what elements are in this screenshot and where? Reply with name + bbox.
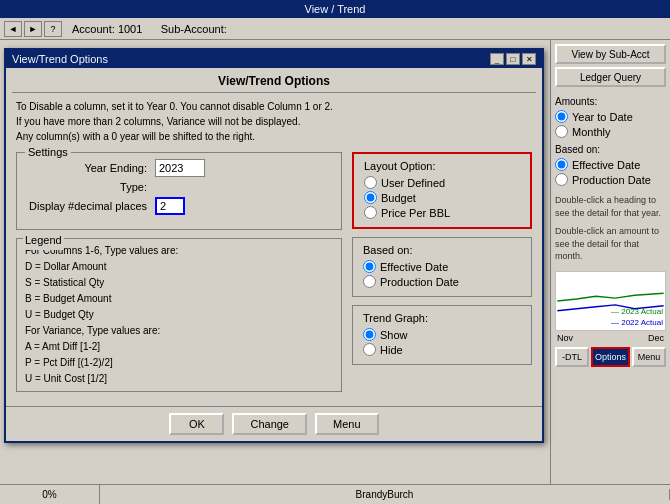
account-label: Account: 1001 Sub-Account:: [72, 23, 227, 35]
year-ending-label: Year Ending:: [27, 162, 147, 174]
ok-button[interactable]: OK: [169, 413, 224, 435]
dialog-controls: _ □ ✕: [490, 53, 536, 65]
toolbar-help-btn[interactable]: ?: [44, 21, 62, 37]
legend-line-2: S = Statistical Qty: [25, 275, 333, 291]
layout-budget-radio[interactable]: [364, 191, 377, 204]
layout-user-defined-label: User Defined: [381, 177, 445, 189]
change-button[interactable]: Change: [232, 413, 307, 435]
trend-graph-show-row[interactable]: Show: [363, 328, 521, 341]
help-text-2: Double-click an amount to see the detail…: [555, 225, 666, 263]
instruction-line-2: If you have more than 2 columns, Varianc…: [16, 114, 532, 129]
chart-legend: — 2023 Actual — 2022 Actual: [611, 306, 663, 328]
based-on-production-label: Production Date: [380, 276, 459, 288]
legend-line-1: D = Dollar Amount: [25, 259, 333, 275]
sb-based-on-eff-label: Effective Date: [572, 159, 640, 171]
decimal-label: Display #decimal places: [27, 200, 147, 212]
amounts-title: Amounts:: [555, 96, 666, 107]
trend-graph-show-radio[interactable]: [363, 328, 376, 341]
layout-price-row[interactable]: Price Per BBL: [364, 206, 520, 219]
chart-col-headers: Nov Dec: [555, 333, 666, 343]
status-progress: 0%: [0, 485, 100, 504]
trend-graph-title: Trend Graph:: [363, 312, 521, 324]
legend-line-0: For Columns 1-6, Type values are:: [25, 243, 333, 259]
bottom-sidebar-buttons: -DTL Options Menu: [555, 347, 666, 367]
sb-based-on-eff-radio[interactable]: [555, 158, 568, 171]
amounts-monthly-radio[interactable]: [555, 125, 568, 138]
based-on-title: Based on:: [363, 244, 521, 256]
layout-price-radio[interactable]: [364, 206, 377, 219]
trend-graph-hide-label: Hide: [380, 344, 403, 356]
dialog-buttons: OK Change Menu: [6, 406, 542, 441]
dialog-close-btn[interactable]: ✕: [522, 53, 536, 65]
dialog-title-text: View/Trend Options: [12, 53, 108, 65]
legend-line-5: For Variance, Type values are:: [25, 323, 333, 339]
dialog-header: View/Trend Options: [12, 68, 536, 93]
instruction-line-1: To Disable a column, set it to Year 0. Y…: [16, 99, 532, 114]
toolbar: ◄ ► ? Account: 1001 Sub-Account:: [0, 18, 670, 40]
trend-graph-show-label: Show: [380, 329, 408, 341]
based-on-effective-row[interactable]: Effective Date: [363, 260, 521, 273]
type-label: Type:: [27, 181, 147, 193]
mini-chart: — 2023 Actual — 2022 Actual: [555, 271, 666, 331]
based-on-effective-label: Effective Date: [380, 261, 448, 273]
year-ending-input[interactable]: [155, 159, 205, 177]
settings-group: Settings Year Ending: Type: Display #dec…: [16, 152, 342, 230]
layout-budget-row[interactable]: Budget: [364, 191, 520, 204]
layout-option-title: Layout Option:: [364, 160, 520, 172]
status-bar: 0% BrandyBurch: [0, 484, 670, 504]
dialog-minimize-btn[interactable]: _: [490, 53, 504, 65]
layout-user-defined-radio[interactable]: [364, 176, 377, 189]
title-bar: View / Trend: [0, 0, 670, 18]
legend-box: Legend For Columns 1-6, Type values are:…: [16, 238, 342, 392]
amounts-ytd-radio[interactable]: [555, 110, 568, 123]
decimal-input[interactable]: [155, 197, 185, 215]
help-text-1: Double-click a heading to see the detail…: [555, 194, 666, 219]
amounts-monthly-row[interactable]: Monthly: [555, 125, 666, 138]
instructions: To Disable a column, set it to Year 0. Y…: [16, 99, 532, 144]
year-ending-row: Year Ending:: [27, 159, 331, 177]
sb-based-on-prod-row[interactable]: Production Date: [555, 173, 666, 186]
trend-graph-box: Trend Graph: Show Hide: [352, 305, 532, 365]
bottom-menu-button[interactable]: Menu: [632, 347, 666, 367]
instruction-line-3: Any column(s) with a 0 year will be shif…: [16, 129, 532, 144]
legend-line-4: U = Budget Qty: [25, 307, 333, 323]
layout-options-box: Layout Option: User Defined Budget: [352, 152, 532, 229]
app-title: View / Trend: [305, 3, 366, 15]
layout-user-defined-row[interactable]: User Defined: [364, 176, 520, 189]
legend-line-7: P = Pct Diff [(1-2)/2]: [25, 355, 333, 371]
based-on-production-radio[interactable]: [363, 275, 376, 288]
options-button[interactable]: Options: [591, 347, 630, 367]
amounts-ytd-label: Year to Date: [572, 111, 633, 123]
chart-col-nov: Nov: [557, 333, 573, 343]
dtl-button[interactable]: -DTL: [555, 347, 589, 367]
ledger-query-button[interactable]: Ledger Query: [555, 67, 666, 87]
chart-col-dec: Dec: [648, 333, 664, 343]
type-row: Type:: [27, 181, 331, 193]
dialog-title-bar: View/Trend Options _ □ ✕: [6, 50, 542, 68]
chart-legend-2022: — 2022 Actual: [611, 317, 663, 328]
toolbar-back-btn[interactable]: ◄: [4, 21, 22, 37]
trend-graph-hide-radio[interactable]: [363, 343, 376, 356]
dialog-maximize-btn[interactable]: □: [506, 53, 520, 65]
based-on-sidebar-title: Based on:: [555, 144, 666, 155]
amounts-monthly-label: Monthly: [572, 126, 611, 138]
sb-based-on-prod-radio[interactable]: [555, 173, 568, 186]
layout-budget-label: Budget: [381, 192, 416, 204]
center-panel: View/Trend Options _ □ ✕ View/Trend Opti…: [0, 40, 550, 484]
sb-based-on-prod-label: Production Date: [572, 174, 651, 186]
toolbar-forward-btn[interactable]: ►: [24, 21, 42, 37]
based-on-box: Based on: Effective Date Production Date: [352, 237, 532, 297]
right-sidebar: View by Sub-Acct Ledger Query Amounts: Y…: [550, 40, 670, 484]
legend-line-6: A = Amt Diff [1-2]: [25, 339, 333, 355]
legend-line-3: B = Budget Amount: [25, 291, 333, 307]
view-by-sub-acct-button[interactable]: View by Sub-Acct: [555, 44, 666, 64]
decimal-row: Display #decimal places: [27, 197, 331, 215]
sb-based-on-eff-row[interactable]: Effective Date: [555, 158, 666, 171]
based-on-effective-radio[interactable]: [363, 260, 376, 273]
layout-price-label: Price Per BBL: [381, 207, 450, 219]
trend-graph-hide-row[interactable]: Hide: [363, 343, 521, 356]
based-on-production-row[interactable]: Production Date: [363, 275, 521, 288]
menu-button[interactable]: Menu: [315, 413, 379, 435]
amounts-ytd-row[interactable]: Year to Date: [555, 110, 666, 123]
legend-line-8: U = Unit Cost [1/2]: [25, 371, 333, 387]
